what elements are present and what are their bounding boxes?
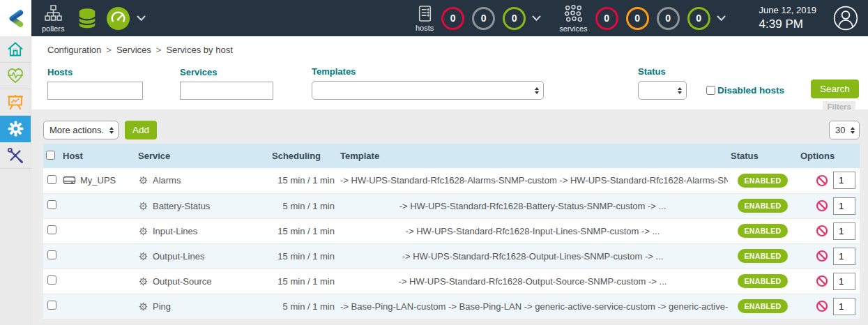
service-gear-icon — [138, 251, 149, 262]
disable-icon[interactable] — [816, 250, 828, 262]
services-unknown-badge[interactable]: 0 — [657, 7, 680, 30]
services-critical-badge[interactable]: 0 — [595, 7, 618, 30]
service-link[interactable]: Battery-Status — [153, 201, 210, 211]
hosts-filter-label: Hosts — [47, 67, 143, 77]
status-filter-select[interactable] — [638, 81, 687, 100]
search-button[interactable]: Search — [811, 80, 859, 98]
column-header-status[interactable]: Status — [728, 144, 798, 168]
template-chain: -> HW-UPS-Standard-Rfc1628-Battery-Statu… — [337, 193, 728, 218]
actions-bar: More actions... Add 30 — [31, 109, 868, 139]
gauge-status-icon[interactable] — [106, 6, 130, 31]
template-chain: -> HW-UPS-Standard-Rfc1628-Output-Source… — [337, 269, 728, 294]
hosts-filter-input[interactable] — [47, 82, 143, 100]
filters-tab[interactable]: Filters — [823, 101, 855, 112]
host-icon — [63, 175, 76, 186]
row-checkbox[interactable] — [47, 200, 56, 209]
duplicate-count-input[interactable] — [833, 222, 855, 240]
status-badge: ENABLED — [738, 224, 789, 238]
filter-panel: Hosts Services Templates Status — [31, 62, 868, 109]
breadcrumb-services[interactable]: Services — [116, 45, 151, 55]
user-menu[interactable] — [833, 6, 858, 31]
column-header-host[interactable]: Host — [60, 144, 135, 168]
disable-icon[interactable] — [816, 300, 828, 312]
duplicate-count-input[interactable] — [833, 248, 855, 265]
page-size-select[interactable]: 30 — [829, 121, 860, 139]
home-icon — [6, 40, 24, 59]
services-table: Host Service Scheduling Template Status … — [43, 144, 860, 319]
hosts-down-badge[interactable]: 0 — [441, 7, 464, 30]
select-all-checkbox[interactable] — [46, 151, 55, 160]
table-row: Output-Lines 15 min / 1 min -> HW-UPS-St… — [43, 243, 860, 269]
sidebar-item-reporting[interactable] — [0, 89, 31, 116]
breadcrumb-services-by-host[interactable]: Services by host — [166, 45, 232, 55]
breadcrumb: Configuration>Services>Services by host — [31, 36, 868, 62]
presentation-chart-icon — [6, 93, 24, 112]
column-header-scheduling[interactable]: Scheduling — [269, 144, 337, 168]
hosts-status-menu[interactable]: hosts — [416, 5, 434, 32]
status-filter-label: Status — [638, 66, 687, 77]
row-checkbox[interactable] — [47, 250, 56, 259]
datetime-display: June 12, 2019 4:39 PM — [759, 5, 816, 31]
database-status-icon[interactable] — [77, 7, 98, 30]
templates-filter-select[interactable] — [312, 81, 544, 100]
sidebar-item-home[interactable] — [0, 36, 31, 63]
gear-icon — [7, 120, 24, 137]
service-link[interactable]: Ping — [153, 301, 171, 312]
breadcrumb-configuration[interactable]: Configuration — [47, 45, 101, 55]
disable-icon[interactable] — [816, 275, 828, 287]
poller-chevron-down-icon[interactable] — [137, 15, 146, 22]
column-header-service[interactable]: Service — [135, 144, 269, 168]
service-link[interactable]: Output-Lines — [153, 251, 204, 262]
pollers-label: pollers — [42, 24, 64, 33]
hosts-label: hosts — [416, 24, 434, 32]
hosts-up-badge[interactable]: 0 — [503, 7, 526, 30]
scheduling-value: 5 min / 1 min — [269, 193, 337, 218]
disable-icon[interactable] — [816, 225, 828, 237]
scheduling-value: 5 min / 1 min — [269, 294, 337, 319]
host-link[interactable]: My_UPS — [80, 175, 116, 186]
main-content: Configuration>Services>Services by host … — [31, 36, 868, 319]
status-badge: ENABLED — [738, 299, 789, 313]
disable-icon[interactable] — [816, 174, 828, 187]
sidebar-item-configuration[interactable] — [0, 116, 31, 142]
top-header: pollers hosts 0 0 0 — [0, 0, 868, 36]
disabled-hosts-toggle[interactable]: Disabled hosts — [706, 85, 784, 96]
services-warning-badge[interactable]: 0 — [626, 7, 649, 30]
scheduling-value: 15 min / 1 min — [269, 168, 337, 193]
add-button[interactable]: Add — [125, 121, 157, 139]
row-checkbox[interactable] — [47, 301, 56, 310]
centreon-logo[interactable] — [0, 0, 31, 36]
service-link[interactable]: Output-Source — [153, 276, 212, 287]
services-status-menu[interactable]: services — [559, 4, 587, 33]
hosts-icon — [416, 5, 434, 22]
current-time: 4:39 PM — [759, 17, 816, 31]
duplicate-count-input[interactable] — [833, 197, 855, 215]
services-filter-input[interactable] — [180, 82, 273, 100]
status-badge: ENABLED — [738, 199, 789, 213]
template-chain: -> HW-UPS-Standard-Rfc1628-Output-Lines-… — [337, 243, 728, 269]
duplicate-count-input[interactable] — [833, 172, 855, 189]
templates-filter-label: Templates — [312, 66, 544, 77]
disabled-hosts-checkbox[interactable] — [706, 86, 715, 95]
database-icon — [77, 7, 98, 30]
disable-icon[interactable] — [816, 199, 828, 212]
status-badge: ENABLED — [738, 174, 789, 188]
service-link[interactable]: Input-Lines — [153, 226, 197, 236]
pollers-menu[interactable]: pollers — [42, 4, 64, 33]
row-checkbox[interactable] — [47, 225, 56, 234]
row-checkbox[interactable] — [47, 175, 56, 184]
sidebar-item-monitoring[interactable] — [0, 63, 31, 89]
column-header-template[interactable]: Template — [337, 144, 728, 168]
services-chevron-down-icon[interactable] — [717, 15, 726, 22]
hosts-unreachable-badge[interactable]: 0 — [472, 7, 495, 30]
more-actions-select[interactable]: More actions... — [43, 121, 119, 139]
service-link[interactable]: Alarms — [153, 175, 181, 186]
services-ok-badge[interactable]: 0 — [687, 7, 710, 30]
column-header-options[interactable]: Options — [798, 144, 860, 168]
services-filter-label: Services — [180, 67, 273, 77]
sidebar-item-administration[interactable] — [0, 142, 31, 169]
duplicate-count-input[interactable] — [833, 298, 855, 315]
hosts-chevron-down-icon[interactable] — [532, 15, 541, 22]
row-checkbox[interactable] — [47, 275, 56, 285]
duplicate-count-input[interactable] — [833, 273, 855, 290]
